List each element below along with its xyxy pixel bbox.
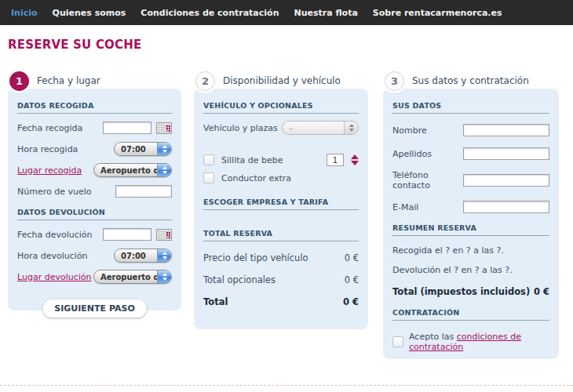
- baby-seat-label: Sillita de bebe: [221, 155, 319, 165]
- email-label: E-Mail: [392, 202, 418, 212]
- name-label: Nombre: [392, 125, 427, 136]
- page-title: RESERVE SU COCHE: [8, 38, 141, 52]
- vehicle-section-title: VEHÍCULO Y OPCIONALES: [203, 101, 359, 114]
- up-down-stepper-icon: [157, 143, 171, 155]
- pickup-section-title: DATOS RECOGIDA: [17, 101, 172, 114]
- nav-item-nuestra-flota[interactable]: Nuestra flota: [294, 8, 357, 18]
- surname-label: Apellidos: [392, 149, 432, 159]
- total-row-options-label: Total opcionales: [203, 274, 276, 285]
- phone-row: Teléfono contacto: [392, 170, 549, 191]
- email-input[interactable]: [463, 201, 549, 213]
- nav-item-inicio[interactable]: Inicio: [11, 8, 38, 18]
- pickup-time-select[interactable]: 07:00: [114, 142, 172, 156]
- email-row: E-Mail: [392, 200, 549, 214]
- nav-item-sobre[interactable]: Sobre rentacarmenorca.es: [373, 8, 502, 18]
- nav-item-quienes-somos[interactable]: Quienes somos: [53, 8, 126, 18]
- pickup-date-input[interactable]: [103, 122, 151, 134]
- up-down-arrows-icon[interactable]: [351, 154, 359, 165]
- surname-row: Apellidos: [392, 147, 549, 161]
- step3-label: Sus datos y contratación: [412, 75, 529, 86]
- step1-indicator: 1: [9, 71, 29, 91]
- pickup-place-select[interactable]: Aeropuerto de M: [93, 163, 172, 177]
- step2-label: Disponibilidad y vehículo: [223, 75, 341, 86]
- company-section-title: ESCOGER EMPRESA Y TARIFA: [203, 198, 359, 210]
- total-row-grand-label: Total: [203, 296, 228, 307]
- pickup-date-row: Fecha recogida: [17, 121, 172, 135]
- contract-section-title: CONTRATACIÓN: [392, 308, 549, 321]
- pickup-place-link[interactable]: Lugar recogida: [17, 165, 82, 176]
- dropoff-place-select[interactable]: Aeropuerto de M: [93, 270, 172, 284]
- total-row-vehicle-label: Precio del tipo vehículo: [203, 252, 308, 263]
- name-row: Nombre: [392, 123, 549, 137]
- step3-header: 3 Sus datos y contratación: [383, 69, 559, 93]
- total-row-options-value: 0 €: [345, 274, 359, 285]
- calendar-icon[interactable]: [156, 229, 172, 241]
- pickup-date-label: Fecha recogida: [17, 123, 82, 133]
- summary-pickup-line: Recogida el ? en ? a las ?.: [392, 245, 549, 256]
- flight-number-input[interactable]: [115, 185, 172, 198]
- extra-driver-row: Conductor extra: [203, 172, 359, 183]
- dropoff-date-input[interactable]: [103, 228, 151, 241]
- summary-dropoff-line: Devolución el ? en ? a las ?.: [392, 265, 549, 275]
- total-section-title: TOTAL RESERVA: [203, 229, 359, 241]
- total-row-grand: Total 0 €: [203, 296, 359, 307]
- vehicle-select-value: –: [289, 124, 293, 132]
- step3-panel: SUS DATOS Nombre Apellidos Teléfono cont…: [383, 89, 559, 359]
- extra-driver-checkbox[interactable]: [203, 172, 214, 183]
- dropoff-time-label: Hora devolución: [17, 251, 88, 261]
- customer-section-title: SUS DATOS: [392, 101, 549, 114]
- total-row-grand-value: 0 €: [343, 296, 359, 307]
- step1-column: 1 Fecha y lugar DATOS RECOGIDA Fecha rec…: [8, 69, 181, 310]
- next-step-button[interactable]: SIGUIENTE PASO: [42, 299, 146, 318]
- vehicle-select[interactable]: –: [282, 121, 359, 135]
- vehicle-select-label: Vehículo y plazas: [203, 123, 278, 133]
- dropoff-time-row: Hora devolución 07:00: [17, 249, 172, 263]
- surname-input[interactable]: [463, 147, 549, 160]
- pickup-time-row: Hora recogida 07:00: [17, 142, 172, 156]
- accept-terms-row: Acepto las condiciones de contratación: [392, 332, 549, 352]
- calendar-icon[interactable]: [156, 122, 172, 134]
- step2-header: 2 Disponibilidad y vehículo: [194, 69, 368, 93]
- step1-header: 1 Fecha y lugar: [8, 69, 181, 93]
- dropoff-section-title: DATOS DEVOLUCIÓN: [17, 208, 172, 220]
- up-down-stepper-icon: [157, 270, 171, 283]
- footer-divider: [0, 385, 573, 386]
- step2-column: 2 Disponibilidad y vehículo VEHÍCULO Y O…: [194, 69, 368, 329]
- baby-seat-qty-input[interactable]: 1: [327, 154, 344, 166]
- up-down-stepper-icon: [344, 122, 358, 134]
- up-down-stepper-icon: [157, 164, 171, 176]
- step2-indicator: 2: [195, 71, 215, 91]
- accept-terms-checkbox[interactable]: [392, 336, 403, 347]
- dropoff-time-value: 07:00: [121, 252, 146, 260]
- step3-indicator: 3: [385, 71, 404, 91]
- summary-total-value: 0 €: [534, 286, 549, 297]
- dropoff-place-link[interactable]: Lugar devolución: [17, 272, 91, 282]
- pickup-time-value: 07:00: [121, 145, 146, 154]
- step1-label: Fecha y lugar: [37, 75, 100, 86]
- step3-column: 3 Sus datos y contratación SUS DATOS Nom…: [383, 69, 559, 359]
- name-input[interactable]: [463, 124, 549, 136]
- baby-seat-checkbox[interactable]: [203, 154, 214, 165]
- step1-panel: DATOS RECOGIDA Fecha recogida Hora recog…: [8, 89, 181, 310]
- summary-total-label: Total (impuestos incluidos): [392, 286, 530, 297]
- flight-number-label: Número de vuelo: [17, 187, 91, 197]
- extra-driver-label: Conductor extra: [221, 173, 291, 183]
- flight-number-row: Número de vuelo: [17, 184, 172, 198]
- phone-label: Teléfono contacto: [392, 170, 463, 191]
- summary-total-row: Total (impuestos incluidos) 0 €: [392, 286, 549, 297]
- dropoff-time-select[interactable]: 07:00: [114, 249, 172, 263]
- dropoff-place-row: Lugar devolución Aeropuerto de M: [17, 270, 172, 284]
- vehicle-select-row: Vehículo y plazas –: [203, 121, 359, 135]
- dropoff-date-label: Fecha devolución: [17, 230, 93, 240]
- accept-terms-text: Acepto las condiciones de contratación: [409, 332, 549, 352]
- dropoff-date-row: Fecha devolución: [17, 227, 172, 241]
- total-row-vehicle-value: 0 €: [345, 252, 359, 263]
- pickup-time-label: Hora recogida: [17, 144, 78, 154]
- top-nav: Inicio Quienes somos Condiciones de cont…: [0, 0, 573, 25]
- nav-item-condiciones[interactable]: Condiciones de contratación: [141, 8, 279, 18]
- total-row-options: Total opcionales 0 €: [203, 274, 359, 285]
- baby-seat-row: Sillita de bebe 1: [203, 154, 359, 166]
- up-down-stepper-icon: [157, 249, 171, 262]
- pickup-place-row: Lugar recogida Aeropuerto de M: [17, 163, 172, 177]
- phone-input[interactable]: [463, 174, 549, 187]
